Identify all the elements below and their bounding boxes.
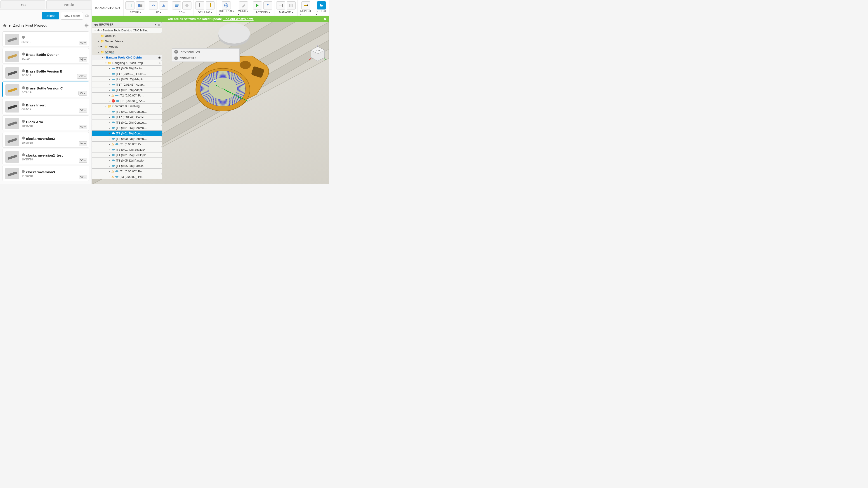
ribbon-button[interactable] bbox=[159, 1, 168, 9]
expand-icon[interactable]: ▸ bbox=[108, 67, 111, 70]
version-dropdown[interactable]: V2 ▾ bbox=[79, 41, 87, 45]
expand-icon[interactable]: ▾ bbox=[105, 105, 107, 107]
tree-row[interactable]: ▸ [T17 (0:03:45)] Adap… bbox=[92, 82, 162, 87]
version-dropdown[interactable]: V17 ▾ bbox=[77, 74, 87, 78]
expand-icon[interactable]: ▸ bbox=[108, 154, 111, 156]
ribbon-group-label[interactable]: ACTIONS ▾ bbox=[256, 11, 270, 15]
expand-icon[interactable]: + bbox=[174, 57, 178, 60]
tree-row[interactable]: ▸ ⚠[T2 (0:00:00)] Pc… bbox=[92, 93, 162, 98]
file-item[interactable]: 3/25/19 V2 ▾ bbox=[2, 31, 89, 47]
expand-icon[interactable]: ▸ bbox=[108, 100, 111, 102]
expand-icon[interactable]: ▸ bbox=[108, 94, 111, 97]
tree-row[interactable]: ▸ [T1 (0:01:08)] Contou… bbox=[92, 120, 162, 125]
version-dropdown[interactable]: V4 ▾ bbox=[79, 141, 87, 146]
expand-icon[interactable]: ▸ bbox=[97, 40, 99, 42]
file-item[interactable]: clockarmversion2 10/28/18 V4 ▾ bbox=[2, 132, 89, 148]
collapse-icon[interactable]: ◀◀ bbox=[94, 23, 97, 26]
expand-icon[interactable]: ▸ bbox=[108, 72, 111, 75]
file-item[interactable]: Brass Bottle Opener 3/7/19 V5 ▾ bbox=[2, 48, 89, 64]
tree-row[interactable]: ▸ [T2 (0:03:52)] Adapti… bbox=[92, 76, 162, 82]
visibility-icon[interactable]: 👁 bbox=[97, 29, 100, 32]
ribbon-button[interactable] bbox=[149, 1, 158, 9]
ribbon-button[interactable] bbox=[264, 1, 272, 9]
file-item[interactable]: Clock Arm 10/15/18 V2 ▾ bbox=[2, 116, 89, 131]
tree-row[interactable]: ▸ ⚠[T1 (0:00:00)] Pe… bbox=[92, 168, 162, 174]
expand-icon[interactable]: ▸ bbox=[108, 121, 111, 124]
tree-row[interactable]: ▸ [T1 (0:05:53)] Paralle… bbox=[92, 163, 162, 168]
tree-row[interactable]: ▾ ▫Bantam Tools CNC Delrin …◉ bbox=[92, 55, 162, 60]
ribbon-group-label[interactable]: MODIFY ▾ bbox=[238, 9, 249, 17]
tree-row[interactable]: ▾ 👁▫Bantam Tools Desktop CNC Milling… bbox=[92, 28, 162, 33]
ribbon-group-label[interactable]: MANAGE ▾ bbox=[279, 11, 293, 15]
expand-icon[interactable]: ▸ bbox=[108, 165, 111, 167]
expand-icon[interactable]: ▾ bbox=[94, 29, 96, 32]
browser-tree[interactable]: ▾ 👁▫Bantam Tools Desktop CNC Milling… 📁U… bbox=[92, 28, 162, 180]
expand-icon[interactable]: ▸ bbox=[108, 149, 111, 151]
file-item[interactable]: clockarmversion2_test 10/25/18 V3 ▾ bbox=[2, 149, 89, 164]
new-folder-button[interactable]: New Folder bbox=[61, 12, 83, 20]
project-title[interactable]: Zach's First Project bbox=[13, 24, 46, 28]
ribbon-group-label[interactable]: MULTI-AXIS ▾ bbox=[219, 9, 234, 17]
ribbon-group-label[interactable]: 2D ▾ bbox=[156, 11, 161, 15]
file-item[interactable]: clockarmversion3 11/16/18 V2 ▾ bbox=[2, 166, 89, 181]
tree-row[interactable]: ▸ [T17 (0:06:19)] Facin… bbox=[92, 71, 162, 76]
version-dropdown[interactable]: V2 ▾ bbox=[79, 91, 87, 96]
tree-row[interactable]: ▸ [T3 (0:01:43)] Scallop4 bbox=[92, 147, 162, 152]
ribbon-button[interactable] bbox=[125, 1, 134, 9]
tab-people[interactable]: People bbox=[46, 0, 91, 9]
close-icon[interactable]: ✕ bbox=[323, 17, 327, 22]
expand-icon[interactable]: ▸ bbox=[108, 159, 111, 162]
expand-icon[interactable]: ▾ bbox=[97, 51, 99, 53]
tree-row[interactable]: ▾ 📁Roughing & Stock Prep○ bbox=[92, 60, 162, 66]
ribbon-button[interactable] bbox=[136, 1, 145, 9]
expand-icon[interactable]: + bbox=[174, 50, 178, 54]
ribbon-button[interactable] bbox=[287, 1, 296, 9]
ribbon-button[interactable] bbox=[195, 1, 204, 9]
file-item[interactable]: Brass Bottle Version B 3/14/19 V17 ▾ bbox=[2, 65, 89, 80]
version-dropdown[interactable]: V2 ▾ bbox=[79, 175, 87, 180]
globe-icon[interactable] bbox=[84, 23, 89, 28]
tree-row[interactable]: ▸ ⚠[T1 (0:00:00)] Cc… bbox=[92, 141, 162, 147]
tree-row[interactable]: ▸ [T2 (0:01:43)] Contou… bbox=[92, 109, 162, 114]
ribbon-button[interactable] bbox=[222, 1, 231, 9]
file-item[interactable]: Brass Bottle Version C 3/27/19 V2 ▾ bbox=[2, 82, 89, 97]
ribbon-button[interactable] bbox=[317, 1, 326, 9]
ribbon-group-label[interactable]: SETUP ▾ bbox=[130, 11, 141, 15]
expand-icon[interactable]: ▸ bbox=[108, 84, 111, 86]
expand-icon[interactable]: ▾ bbox=[101, 56, 103, 59]
expand-icon[interactable]: ▸ bbox=[108, 138, 111, 140]
viewcube[interactable]: TOP bbox=[309, 45, 327, 63]
information-header[interactable]: + INFORMATION bbox=[172, 48, 239, 55]
version-dropdown[interactable]: V2 ▾ bbox=[79, 125, 87, 129]
tree-row[interactable]: ▸ ⛔[T1 (0:00:00)] Ac… bbox=[92, 98, 162, 103]
visibility-icon[interactable]: 👁 bbox=[100, 45, 103, 48]
tree-row[interactable]: ▸ [T3 (0:01:36)] Contou… bbox=[92, 125, 162, 131]
ribbon-button[interactable] bbox=[182, 1, 191, 9]
expand-icon[interactable]: ▸ bbox=[97, 45, 99, 48]
ribbon-button[interactable] bbox=[172, 1, 181, 9]
version-dropdown[interactable]: V2 ▾ bbox=[79, 108, 87, 112]
ribbon-button[interactable] bbox=[253, 1, 262, 9]
ribbon-group-label[interactable]: DRILLING ▾ bbox=[198, 11, 213, 15]
expand-icon[interactable]: ▸ bbox=[108, 170, 111, 173]
browser-pin-icon[interactable]: ▮ bbox=[158, 23, 160, 26]
tree-row[interactable]: 📁Units: in bbox=[92, 33, 162, 38]
tree-row[interactable]: ▸ ⚠[T3 (0:00:00)] Pe… bbox=[92, 174, 162, 180]
upload-button[interactable]: Upload bbox=[42, 12, 59, 20]
version-dropdown[interactable]: V5 ▾ bbox=[79, 57, 87, 62]
ribbon-group-label[interactable]: INSPECT ▾ bbox=[300, 9, 312, 17]
expand-icon[interactable]: ▾ bbox=[105, 62, 107, 64]
tree-row[interactable]: ▸ [T1 (0:01:25)] Scallop2 bbox=[92, 152, 162, 158]
browser-toggle-icon[interactable]: ● bbox=[155, 23, 156, 26]
expand-icon[interactable]: ▸ bbox=[108, 132, 111, 135]
tree-row[interactable]: ▸ [T2 (0:09:30)] Facing … bbox=[92, 66, 162, 71]
tree-row[interactable]: ▾ 📁Setups bbox=[92, 49, 162, 55]
expand-icon[interactable]: ▸ bbox=[108, 110, 111, 113]
browser-header[interactable]: ◀◀ BROWSER ● ▮ bbox=[92, 22, 162, 27]
ribbon-button[interactable] bbox=[301, 1, 310, 9]
expand-icon[interactable]: ▸ bbox=[108, 78, 111, 80]
ribbon-button[interactable] bbox=[206, 1, 215, 9]
expand-icon[interactable]: ▸ bbox=[108, 127, 111, 129]
ribbon-group-label[interactable]: SELECT ▾ bbox=[316, 9, 327, 17]
file-item[interactable]: Brass Insert 6/24/19 V2 ▾ bbox=[2, 99, 89, 114]
